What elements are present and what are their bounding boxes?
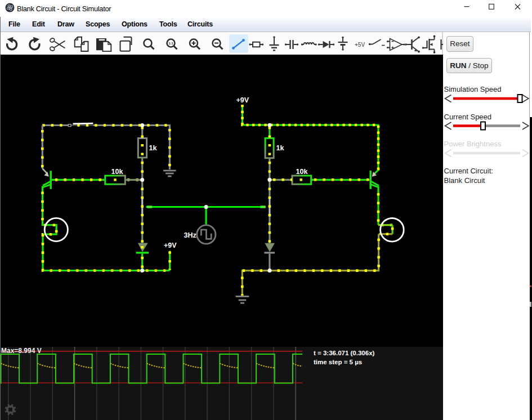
svg-text:+9V: +9V [164, 242, 177, 249]
svg-text:+5V: +5V [355, 42, 365, 48]
svg-text:t = 3:36.071 (0.306x): t = 3:36.071 (0.306x) [314, 350, 375, 356]
svg-text:3Hz: 3Hz [184, 231, 196, 239]
svg-text:1k: 1k [276, 144, 284, 152]
svg-text:time step = 5 µs: time step = 5 µs [314, 359, 362, 365]
svg-text:Max=8.994 V: Max=8.994 V [1, 347, 42, 355]
svg-text:10k: 10k [111, 168, 123, 176]
svg-text:1:1: 1:1 [168, 42, 173, 45]
svg-text:+9V: +9V [236, 96, 249, 104]
svg-text:1k: 1k [149, 144, 157, 152]
svg-text:10k: 10k [296, 168, 308, 176]
